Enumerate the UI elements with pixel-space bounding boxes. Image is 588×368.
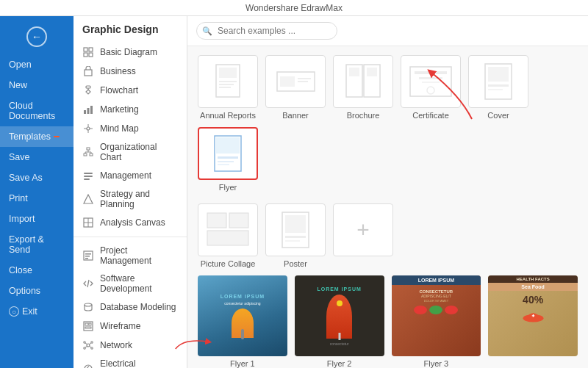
panel-item-electrical[interactable]: Electrical Engineering bbox=[74, 355, 187, 368]
annual-reports-label: Annual Reports bbox=[200, 111, 256, 120]
template-flyer[interactable]: Flyer bbox=[198, 127, 258, 192]
panel-item-flowchart[interactable]: Flowchart bbox=[74, 81, 187, 100]
new-badge bbox=[54, 136, 60, 137]
project-mgmt-icon bbox=[82, 250, 94, 261]
flyer1-thumb: LOREM IPSUM consectetur adipiscing bbox=[198, 275, 287, 356]
svg-rect-93 bbox=[207, 231, 248, 245]
panel-item-database[interactable]: Database Modeling bbox=[74, 297, 187, 317]
back-button[interactable]: ← bbox=[0, 22, 74, 54]
preview-flyer2[interactable]: LOREM IPSUM consectetur Flyer 2 bbox=[295, 275, 384, 368]
sidebar-item-save[interactable]: Save bbox=[0, 147, 74, 167]
svg-rect-39 bbox=[85, 327, 91, 328]
svg-rect-17 bbox=[84, 154, 87, 156]
annual-reports-thumb bbox=[198, 55, 258, 108]
svg-rect-80 bbox=[422, 82, 440, 83]
new-template-thumb: + bbox=[333, 203, 393, 256]
svg-rect-95 bbox=[285, 215, 306, 233]
svg-rect-85 bbox=[488, 89, 503, 90]
svg-line-34 bbox=[87, 280, 89, 287]
search-wrapper bbox=[196, 22, 579, 40]
panel-item-marketing[interactable]: Marketing bbox=[74, 100, 187, 119]
panel-item-basic[interactable]: Basic Diagram bbox=[74, 43, 187, 62]
flyer3-label: Flyer 3 bbox=[424, 359, 449, 368]
sidebar-item-saveas[interactable]: Save As bbox=[0, 167, 74, 188]
template-new[interactable]: + bbox=[333, 203, 393, 268]
preview-flyer1[interactable]: LOREM IPSUM consectetur adipiscing Flyer… bbox=[198, 275, 287, 368]
svg-rect-4 bbox=[85, 70, 92, 76]
svg-rect-8 bbox=[84, 110, 86, 114]
poster-thumb bbox=[265, 203, 326, 256]
analysis-canvas-icon bbox=[82, 217, 94, 228]
template-cover[interactable]: Cover bbox=[468, 55, 528, 120]
svg-point-81 bbox=[427, 87, 434, 94]
sidebar-item-import[interactable]: Import bbox=[0, 209, 74, 229]
svg-rect-32 bbox=[85, 256, 90, 257]
panel-item-software[interactable]: Software Development bbox=[74, 270, 187, 297]
svg-rect-25 bbox=[84, 178, 90, 180]
cover-label: Cover bbox=[487, 111, 509, 120]
svg-rect-72 bbox=[298, 81, 308, 82]
template-certificate[interactable]: Certificate bbox=[401, 55, 461, 120]
sidebar-item-exit[interactable]: ○ Exit bbox=[0, 301, 74, 322]
svg-rect-1 bbox=[89, 48, 93, 51]
svg-point-41 bbox=[84, 342, 85, 343]
sidebar-item-export[interactable]: Export & Send bbox=[0, 229, 74, 260]
strategy-icon bbox=[82, 193, 94, 205]
database-icon bbox=[82, 301, 94, 313]
svg-rect-16 bbox=[87, 148, 90, 150]
panel-item-org[interactable]: Organizational Chart bbox=[74, 138, 187, 166]
template-section: Annual Reports Banner Brochure bbox=[187, 46, 588, 368]
svg-point-35 bbox=[85, 303, 92, 306]
preview-flyer4[interactable]: HEALTH FACTS Sea Food 40% bbox=[488, 275, 578, 368]
sidebar-item-cloud[interactable]: Cloud Documents bbox=[0, 95, 74, 126]
svg-rect-38 bbox=[89, 323, 91, 325]
flyer1-label: Flyer 1 bbox=[230, 359, 255, 368]
content-area: Annual Reports Banner Brochure bbox=[187, 16, 588, 368]
panel-item-management[interactable]: Management bbox=[74, 166, 187, 185]
template-grid: Annual Reports Banner Brochure bbox=[198, 55, 578, 192]
sidebar-item-close[interactable]: Close bbox=[0, 260, 74, 281]
panel-item-strategy[interactable]: Strategy and Planning bbox=[74, 185, 187, 213]
panel-item-canvas[interactable]: Analysis Canvas bbox=[74, 213, 187, 232]
left-sidebar: ← Open New Cloud Documents Templates Sav… bbox=[0, 16, 74, 368]
search-input[interactable] bbox=[196, 22, 337, 40]
svg-rect-75 bbox=[349, 68, 359, 76]
sidebar-item-print[interactable]: Print bbox=[0, 188, 74, 209]
brochure-label: Brochure bbox=[347, 111, 380, 120]
sidebar-item-open[interactable]: Open bbox=[0, 54, 74, 75]
svg-rect-96 bbox=[285, 236, 306, 238]
panel-item-network[interactable]: Network bbox=[74, 336, 187, 355]
svg-rect-18 bbox=[90, 154, 93, 156]
basic-diagram-icon bbox=[82, 46, 94, 58]
sidebar-item-templates[interactable]: Templates bbox=[0, 126, 74, 147]
template-brochure[interactable]: Brochure bbox=[333, 55, 393, 120]
sidebar-item-options[interactable]: Options bbox=[0, 281, 74, 301]
template-grid-2: Picture Collage Poster + bbox=[198, 203, 578, 268]
svg-rect-5 bbox=[86, 86, 90, 88]
sidebar-item-new[interactable]: New bbox=[0, 75, 74, 95]
panel-item-project[interactable]: Project Management bbox=[74, 242, 187, 270]
template-annual-reports[interactable]: Annual Reports bbox=[198, 55, 258, 120]
marketing-icon bbox=[82, 104, 94, 115]
svg-rect-87 bbox=[216, 137, 240, 154]
panel-item-business[interactable]: Business bbox=[74, 62, 187, 81]
flyer2-label: Flyer 2 bbox=[327, 359, 352, 368]
template-banner[interactable]: Banner bbox=[265, 55, 326, 120]
brochure-thumb bbox=[333, 55, 393, 108]
svg-rect-78 bbox=[415, 71, 447, 74]
mindmap-icon bbox=[82, 123, 94, 134]
svg-rect-97 bbox=[285, 240, 300, 242]
template-poster[interactable]: Poster bbox=[265, 203, 326, 268]
panel-item-mindmap[interactable]: Mind Map bbox=[74, 119, 187, 138]
preview-grid: LOREM IPSUM consectetur adipiscing Flyer… bbox=[198, 275, 578, 368]
poster-label: Poster bbox=[284, 259, 307, 268]
panel-item-wireframe[interactable]: Wireframe bbox=[74, 317, 187, 336]
svg-point-43 bbox=[84, 347, 85, 349]
svg-rect-31 bbox=[85, 253, 91, 255]
picture-collage-thumb bbox=[198, 203, 258, 256]
template-picture-collage[interactable]: Picture Collage bbox=[198, 203, 258, 268]
preview-flyer3[interactable]: LOREM IPSUM CONSECTETUR ADIPISCING ELIT … bbox=[392, 275, 481, 368]
back-circle-icon[interactable]: ← bbox=[26, 26, 47, 47]
flowchart-icon bbox=[82, 84, 94, 96]
network-icon bbox=[82, 339, 94, 351]
